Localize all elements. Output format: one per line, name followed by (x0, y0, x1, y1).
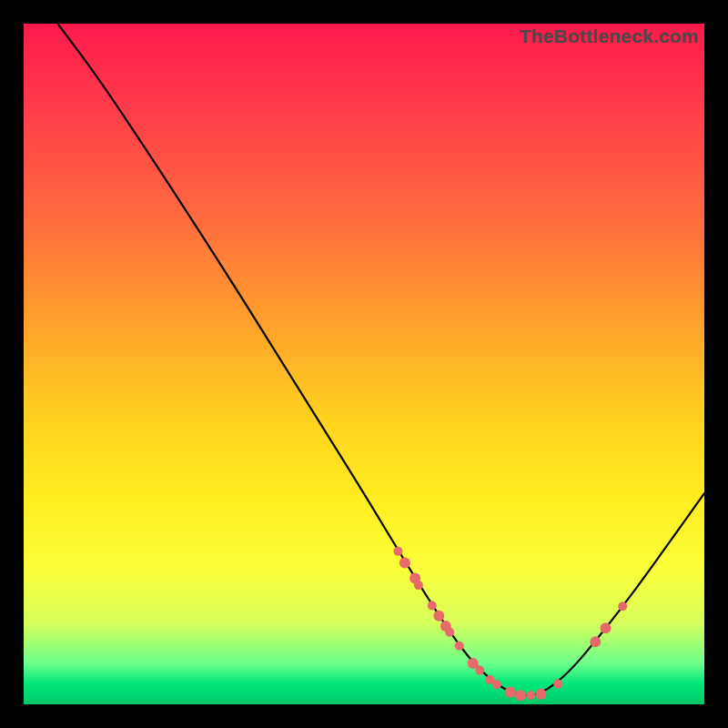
data-marker (526, 691, 535, 700)
plot-area: TheBottleneck.com (24, 24, 704, 704)
data-marker (553, 680, 562, 689)
data-marker (445, 628, 454, 637)
data-marker (601, 622, 612, 633)
data-marker (433, 611, 444, 622)
data-marker (428, 602, 437, 611)
data-marker (618, 602, 627, 611)
chart-frame: TheBottleneck.com (0, 0, 728, 728)
data-marker (455, 642, 464, 651)
data-marker (475, 666, 484, 675)
data-marker (399, 557, 410, 568)
chart-svg (24, 24, 704, 704)
data-marker (536, 689, 547, 700)
data-marker (515, 690, 526, 701)
bottleneck-curve (57, 24, 704, 695)
data-marker (590, 636, 601, 647)
data-marker (414, 581, 423, 590)
data-marker (393, 547, 402, 556)
data-marker (492, 680, 501, 689)
data-marker (505, 687, 516, 698)
marker-group (393, 547, 627, 702)
